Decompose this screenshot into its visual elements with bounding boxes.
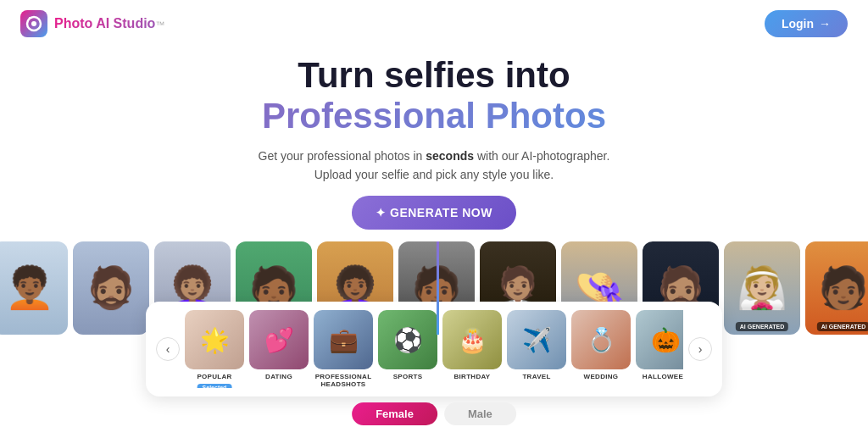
style-thumb: 🌟 <box>185 310 244 369</box>
style-label: Halloween <box>643 373 683 380</box>
photo-person: 🧑🏾‍🦱 <box>0 241 68 335</box>
styles-scroll: 🌟PopularSelected💕Dating💼Professional Hea… <box>185 310 683 388</box>
photo-badge: AI GENERATED <box>817 322 868 331</box>
style-item[interactable]: 💍Wedding <box>571 310 631 388</box>
styles-prev-button[interactable]: ‹ <box>156 337 180 361</box>
style-label: Travel <box>522 373 550 380</box>
photo-card: 🧑🏾AI GENERATED <box>805 241 868 335</box>
photo-card: 👰🏼AI GENERATED <box>724 241 800 335</box>
female-button[interactable]: Female <box>352 402 437 425</box>
logo: Photo AI Studio™ <box>20 10 164 37</box>
logo-icon <box>20 10 47 37</box>
style-label: Popular <box>197 373 231 380</box>
style-label: Dating <box>265 373 292 380</box>
style-label: Birthday <box>454 373 491 380</box>
gender-row: Female Male <box>352 402 516 425</box>
photo-card: 🧑🏾‍🦱 <box>0 241 68 335</box>
style-thumb: 💼 <box>314 310 373 369</box>
login-button[interactable]: Login → <box>765 10 848 37</box>
logo-text: Photo AI Studio™ <box>54 16 164 31</box>
style-thumb: 💍 <box>571 310 631 369</box>
hero-description: Get your professional photos in seconds … <box>17 147 851 185</box>
header: Photo AI Studio™ Login → <box>0 0 868 47</box>
photo-card: 🧔🏽 <box>73 241 149 335</box>
hero-section: Turn selfies into Professional Photos Ge… <box>0 47 868 230</box>
svg-rect-3 <box>29 17 32 19</box>
style-thumb: 💕 <box>249 310 309 369</box>
style-item[interactable]: 💼Professional Headshots <box>314 310 373 388</box>
photo-badge: AI GENERATED <box>736 322 788 331</box>
style-item[interactable]: ✈️Travel <box>507 310 566 388</box>
styles-container: ‹ 🌟PopularSelected💕Dating💼Professional H… <box>146 302 722 396</box>
hero-title-line2: Professional Photos <box>17 95 851 137</box>
photo-person: 👰🏼 <box>724 241 800 335</box>
male-button[interactable]: Male <box>444 402 516 425</box>
style-thumb: ⚽ <box>378 310 437 369</box>
photo-person: 🧔🏽 <box>73 241 149 335</box>
svg-point-2 <box>31 21 36 26</box>
style-thumb: 🎃 <box>636 310 683 369</box>
style-item[interactable]: 🎂Birthday <box>442 310 502 388</box>
styles-next-button[interactable]: › <box>688 337 712 361</box>
generate-button[interactable]: ✦ GENERATE NOW <box>352 196 516 230</box>
style-label: Wedding <box>584 373 619 380</box>
style-label: Professional Headshots <box>314 373 373 388</box>
style-label: Sports <box>393 373 423 380</box>
photo-person: 🧑🏾 <box>805 241 868 335</box>
style-item[interactable]: 💕Dating <box>249 310 309 388</box>
hero-title-line1: Turn selfies into <box>17 56 851 95</box>
style-thumb: 🎂 <box>442 310 502 369</box>
selected-badge: Selected <box>198 384 232 388</box>
style-item[interactable]: ⚽Sports <box>378 310 437 388</box>
style-item[interactable]: 🎃Halloween <box>636 310 683 388</box>
style-thumb: ✈️ <box>507 310 566 369</box>
style-item[interactable]: 🌟PopularSelected <box>185 310 244 388</box>
